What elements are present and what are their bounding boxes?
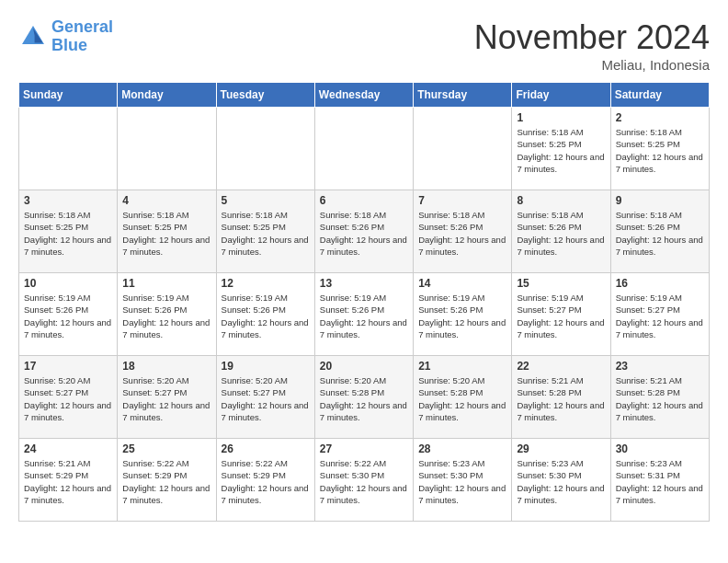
calendar-week-row: 3Sunrise: 5:18 AM Sunset: 5:25 PM Daylig…	[19, 190, 710, 273]
day-info: Sunrise: 5:19 AM Sunset: 5:26 PM Dayligh…	[222, 292, 310, 340]
calendar-cell: 13Sunrise: 5:19 AM Sunset: 5:26 PM Dayli…	[314, 273, 413, 356]
calendar-cell: 27Sunrise: 5:22 AM Sunset: 5:30 PM Dayli…	[314, 439, 413, 522]
day-of-week-header: Thursday	[414, 83, 512, 108]
day-info: Sunrise: 5:21 AM Sunset: 5:29 PM Dayligh…	[24, 457, 112, 506]
day-info: Sunrise: 5:18 AM Sunset: 5:26 PM Dayligh…	[320, 209, 408, 258]
header: General Blue November 2024 Meliau, Indon…	[18, 18, 710, 73]
day-info: Sunrise: 5:18 AM Sunset: 5:25 PM Dayligh…	[517, 126, 605, 175]
day-info: Sunrise: 5:18 AM Sunset: 5:25 PM Dayligh…	[616, 126, 704, 175]
day-info: Sunrise: 5:20 AM Sunset: 5:28 PM Dayligh…	[320, 374, 408, 423]
day-number: 26	[222, 442, 310, 455]
day-number: 28	[418, 442, 506, 455]
calendar-week-row: 10Sunrise: 5:19 AM Sunset: 5:26 PM Dayli…	[19, 273, 710, 356]
calendar-cell: 30Sunrise: 5:23 AM Sunset: 5:31 PM Dayli…	[610, 439, 709, 522]
day-number: 2	[616, 111, 704, 124]
calendar-week-row: 24Sunrise: 5:21 AM Sunset: 5:29 PM Dayli…	[19, 439, 710, 522]
day-number: 15	[517, 277, 605, 290]
day-number: 4	[122, 194, 210, 207]
calendar-cell: 22Sunrise: 5:21 AM Sunset: 5:28 PM Dayli…	[512, 356, 610, 439]
day-number: 12	[222, 277, 310, 290]
calendar-cell: 4Sunrise: 5:18 AM Sunset: 5:25 PM Daylig…	[118, 190, 216, 273]
calendar-cell: 6Sunrise: 5:18 AM Sunset: 5:26 PM Daylig…	[314, 190, 413, 273]
calendar-cell: 29Sunrise: 5:23 AM Sunset: 5:30 PM Dayli…	[512, 439, 610, 522]
calendar-cell: 16Sunrise: 5:19 AM Sunset: 5:27 PM Dayli…	[610, 273, 709, 356]
day-info: Sunrise: 5:19 AM Sunset: 5:26 PM Dayligh…	[418, 292, 506, 340]
calendar-cell: 20Sunrise: 5:20 AM Sunset: 5:28 PM Dayli…	[314, 356, 413, 439]
day-info: Sunrise: 5:19 AM Sunset: 5:26 PM Dayligh…	[320, 292, 408, 340]
calendar-cell: 5Sunrise: 5:18 AM Sunset: 5:25 PM Daylig…	[216, 190, 314, 273]
calendar-cell: 7Sunrise: 5:18 AM Sunset: 5:26 PM Daylig…	[414, 190, 512, 273]
day-info: Sunrise: 5:19 AM Sunset: 5:27 PM Dayligh…	[517, 292, 605, 340]
day-info: Sunrise: 5:18 AM Sunset: 5:26 PM Dayligh…	[418, 209, 506, 258]
calendar-cell: 21Sunrise: 5:20 AM Sunset: 5:28 PM Dayli…	[414, 356, 512, 439]
day-info: Sunrise: 5:18 AM Sunset: 5:25 PM Dayligh…	[24, 209, 112, 258]
day-number: 13	[320, 277, 408, 290]
calendar-cell	[19, 108, 118, 190]
logo: General Blue	[18, 18, 113, 55]
calendar-table: SundayMondayTuesdayWednesdayThursdayFrid…	[18, 82, 710, 522]
logo-line2: Blue	[51, 37, 113, 55]
day-info: Sunrise: 5:21 AM Sunset: 5:28 PM Dayligh…	[517, 374, 605, 423]
day-number: 23	[616, 360, 704, 373]
day-info: Sunrise: 5:18 AM Sunset: 5:25 PM Dayligh…	[222, 209, 310, 258]
calendar-cell	[314, 108, 413, 190]
calendar-cell: 28Sunrise: 5:23 AM Sunset: 5:30 PM Dayli…	[414, 439, 512, 522]
calendar-cell: 1Sunrise: 5:18 AM Sunset: 5:25 PM Daylig…	[512, 108, 610, 190]
calendar-cell: 3Sunrise: 5:18 AM Sunset: 5:25 PM Daylig…	[19, 190, 118, 273]
calendar-cell: 15Sunrise: 5:19 AM Sunset: 5:27 PM Dayli…	[512, 273, 610, 356]
day-info: Sunrise: 5:20 AM Sunset: 5:28 PM Dayligh…	[418, 374, 506, 423]
calendar-cell: 10Sunrise: 5:19 AM Sunset: 5:26 PM Dayli…	[19, 273, 118, 356]
day-of-week-header: Sunday	[19, 83, 118, 108]
month-title: November 2024	[474, 18, 710, 57]
calendar-cell: 26Sunrise: 5:22 AM Sunset: 5:29 PM Dayli…	[216, 439, 314, 522]
day-number: 18	[122, 360, 210, 373]
day-number: 6	[320, 194, 408, 207]
calendar-cell	[414, 108, 512, 190]
title-area: November 2024 Meliau, Indonesia	[474, 18, 710, 73]
day-info: Sunrise: 5:20 AM Sunset: 5:27 PM Dayligh…	[122, 374, 210, 423]
day-info: Sunrise: 5:19 AM Sunset: 5:26 PM Dayligh…	[24, 292, 112, 340]
day-number: 20	[320, 360, 408, 373]
day-info: Sunrise: 5:18 AM Sunset: 5:25 PM Dayligh…	[122, 209, 210, 258]
calendar-header-row: SundayMondayTuesdayWednesdayThursdayFrid…	[19, 83, 710, 108]
calendar-cell: 18Sunrise: 5:20 AM Sunset: 5:27 PM Dayli…	[118, 356, 216, 439]
calendar-cell: 24Sunrise: 5:21 AM Sunset: 5:29 PM Dayli…	[19, 439, 118, 522]
day-number: 8	[517, 194, 605, 207]
day-number: 21	[418, 360, 506, 373]
calendar-cell: 23Sunrise: 5:21 AM Sunset: 5:28 PM Dayli…	[610, 356, 709, 439]
day-number: 17	[24, 360, 112, 373]
calendar-cell: 12Sunrise: 5:19 AM Sunset: 5:26 PM Dayli…	[216, 273, 314, 356]
day-info: Sunrise: 5:23 AM Sunset: 5:30 PM Dayligh…	[418, 457, 506, 506]
day-info: Sunrise: 5:19 AM Sunset: 5:26 PM Dayligh…	[122, 292, 210, 340]
day-info: Sunrise: 5:19 AM Sunset: 5:27 PM Dayligh…	[616, 292, 704, 340]
day-number: 16	[616, 277, 704, 290]
day-number: 11	[122, 277, 210, 290]
day-info: Sunrise: 5:22 AM Sunset: 5:30 PM Dayligh…	[320, 457, 408, 506]
day-number: 1	[517, 111, 605, 124]
day-info: Sunrise: 5:18 AM Sunset: 5:26 PM Dayligh…	[517, 209, 605, 258]
day-info: Sunrise: 5:23 AM Sunset: 5:30 PM Dayligh…	[517, 457, 605, 506]
day-of-week-header: Monday	[118, 83, 216, 108]
day-info: Sunrise: 5:20 AM Sunset: 5:27 PM Dayligh…	[222, 374, 310, 423]
calendar-cell: 8Sunrise: 5:18 AM Sunset: 5:26 PM Daylig…	[512, 190, 610, 273]
logo-line1: General	[51, 17, 113, 36]
day-number: 10	[24, 277, 112, 290]
day-number: 5	[222, 194, 310, 207]
day-info: Sunrise: 5:18 AM Sunset: 5:26 PM Dayligh…	[616, 209, 704, 258]
day-number: 30	[616, 442, 704, 455]
day-number: 27	[320, 442, 408, 455]
logo-text: General Blue	[51, 18, 113, 55]
day-info: Sunrise: 5:23 AM Sunset: 5:31 PM Dayligh…	[616, 457, 704, 506]
day-number: 7	[418, 194, 506, 207]
calendar-cell: 19Sunrise: 5:20 AM Sunset: 5:27 PM Dayli…	[216, 356, 314, 439]
calendar-cell	[216, 108, 314, 190]
day-number: 3	[24, 194, 112, 207]
calendar-cell: 25Sunrise: 5:22 AM Sunset: 5:29 PM Dayli…	[118, 439, 216, 522]
day-of-week-header: Tuesday	[216, 83, 314, 108]
day-number: 19	[222, 360, 310, 373]
calendar-cell: 17Sunrise: 5:20 AM Sunset: 5:27 PM Dayli…	[19, 356, 118, 439]
day-info: Sunrise: 5:20 AM Sunset: 5:27 PM Dayligh…	[24, 374, 112, 423]
day-of-week-header: Saturday	[610, 83, 709, 108]
calendar-week-row: 1Sunrise: 5:18 AM Sunset: 5:25 PM Daylig…	[19, 108, 710, 190]
calendar-cell: 11Sunrise: 5:19 AM Sunset: 5:26 PM Dayli…	[118, 273, 216, 356]
